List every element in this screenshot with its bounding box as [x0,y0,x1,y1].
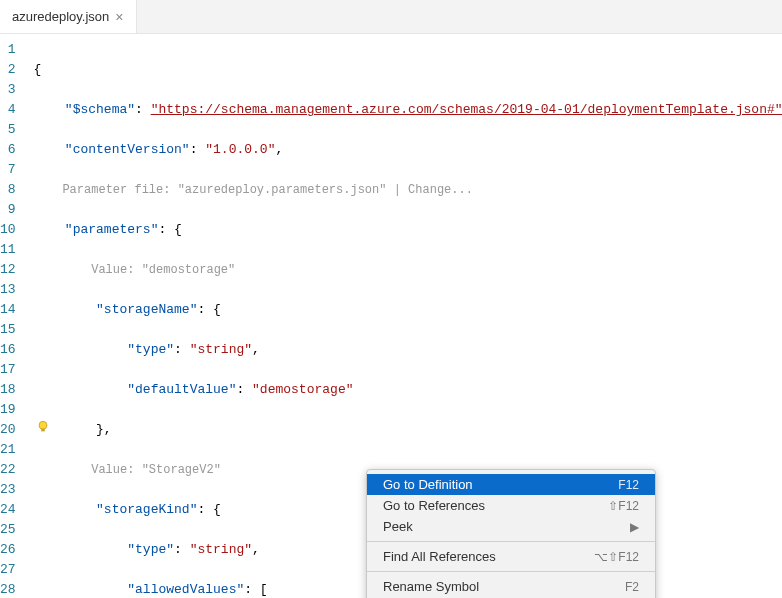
menu-find-all-references[interactable]: Find All References⌥⇧F12 [367,546,655,567]
codelens-parameter-file[interactable]: Parameter file: "azuredeploy.parameters.… [34,180,782,200]
line-number-gutter: 1 2 3 4 5 6 7 8 9 10 11 12 13 14 15 16 1… [0,34,34,598]
tab-bar: azuredeploy.json × [0,0,782,34]
close-icon[interactable]: × [115,9,123,25]
menu-separator [367,541,655,542]
submenu-arrow-icon: ▶ [630,520,639,534]
menu-peek[interactable]: Peek▶ [367,516,655,537]
tab-azuredeploy[interactable]: azuredeploy.json × [0,0,137,33]
menu-go-to-references[interactable]: Go to References⇧F12 [367,495,655,516]
codelens-value-1: Value: "demostorage" [34,260,782,280]
menu-rename-symbol[interactable]: Rename SymbolF2 [367,576,655,597]
menu-go-to-definition[interactable]: Go to DefinitionF12 [367,474,655,495]
menu-separator [367,571,655,572]
tab-title: azuredeploy.json [12,9,109,24]
context-menu: Go to DefinitionF12 Go to References⇧F12… [366,469,656,598]
